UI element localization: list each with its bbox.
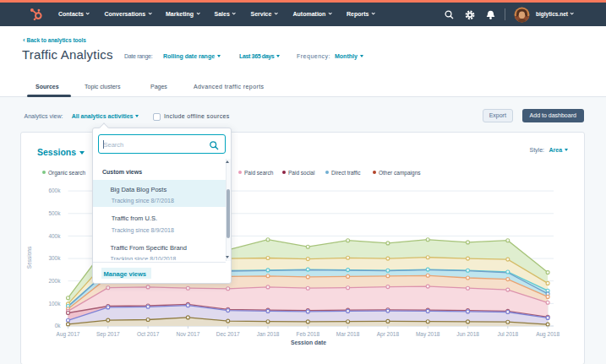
svg-text:200k: 200k: [48, 278, 61, 284]
svg-text:0k: 0k: [55, 323, 62, 329]
svg-text:100k: 100k: [48, 301, 61, 307]
svg-text:Oct 2017: Oct 2017: [137, 331, 160, 337]
svg-text:Sessions: Sessions: [26, 246, 32, 269]
svg-text:Aug 2017: Aug 2017: [57, 331, 80, 338]
svg-text:Jan 2018: Jan 2018: [257, 331, 280, 337]
svg-text:Mar 2018: Mar 2018: [336, 331, 360, 337]
svg-text:Apr 2018: Apr 2018: [377, 331, 400, 338]
svg-text:300k: 300k: [48, 255, 61, 261]
svg-text:Nov 2017: Nov 2017: [176, 331, 199, 337]
svg-text:May 2018: May 2018: [416, 331, 440, 338]
svg-text:Dec 2017: Dec 2017: [216, 331, 240, 337]
svg-text:Aug 2018: Aug 2018: [536, 331, 560, 338]
svg-text:400k: 400k: [48, 233, 61, 239]
svg-text:Session date: Session date: [291, 340, 326, 345]
svg-text:Jul 2018: Jul 2018: [498, 331, 519, 337]
svg-text:600k: 600k: [48, 187, 61, 193]
svg-text:500k: 500k: [48, 210, 61, 216]
svg-text:Jun 2018: Jun 2018: [456, 331, 479, 337]
svg-text:Sep 2017: Sep 2017: [96, 331, 120, 338]
svg-text:Feb 2018: Feb 2018: [297, 331, 320, 337]
